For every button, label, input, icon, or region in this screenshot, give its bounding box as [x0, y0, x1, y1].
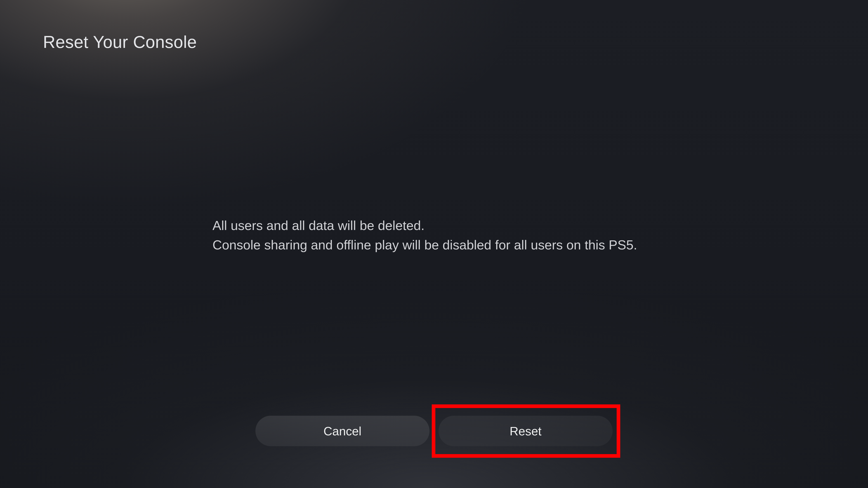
cancel-button[interactable]: Cancel [255, 416, 430, 446]
cancel-button-label: Cancel [323, 424, 362, 438]
warning-line-1: All users and all data will be deleted. [213, 216, 637, 235]
reset-button-label: Reset [509, 424, 541, 438]
dialog-button-row: Cancel Reset [0, 416, 868, 446]
reset-button[interactable]: Reset [438, 416, 613, 446]
warning-line-2: Console sharing and offline play will be… [213, 235, 637, 255]
warning-message: All users and all data will be deleted. … [213, 216, 637, 255]
page-title: Reset Your Console [43, 32, 197, 52]
